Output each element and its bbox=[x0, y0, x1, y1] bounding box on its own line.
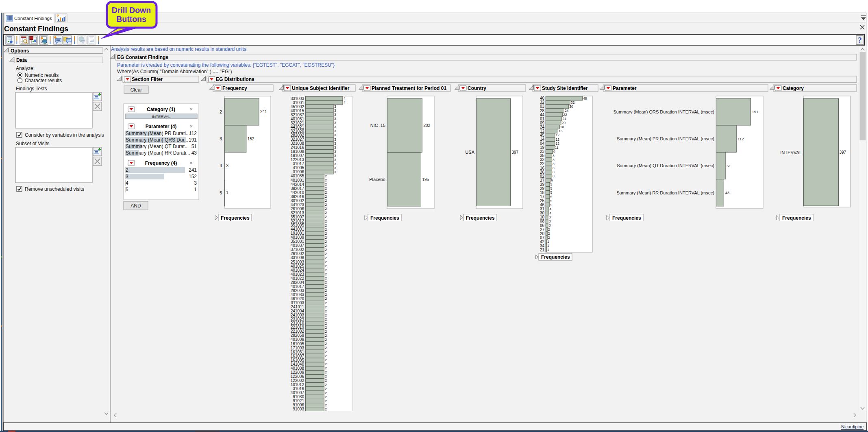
svg-text:2: 2 bbox=[325, 211, 327, 215]
svg-text:Subset of Visits: Subset of Visits bbox=[16, 141, 50, 146]
svg-text:Data: Data bbox=[16, 57, 27, 63]
svg-text:2: 2 bbox=[325, 334, 327, 338]
svg-text:2: 2 bbox=[325, 236, 327, 240]
svg-text:2: 2 bbox=[325, 272, 327, 276]
svg-text:2: 2 bbox=[126, 167, 128, 173]
svg-text:2: 2 bbox=[325, 182, 327, 186]
svg-text:Clear: Clear bbox=[131, 87, 142, 93]
svg-text:Character results: Character results bbox=[25, 78, 62, 83]
svg-text:2: 2 bbox=[325, 219, 327, 223]
svg-text:2: 2 bbox=[325, 264, 327, 268]
svg-text:Findings Tests: Findings Tests bbox=[16, 86, 47, 92]
svg-text:2: 2 bbox=[325, 309, 327, 313]
svg-text:3: 3 bbox=[334, 158, 336, 162]
svg-text:24: 24 bbox=[565, 109, 569, 113]
svg-text:202: 202 bbox=[424, 123, 431, 128]
svg-text:8: 8 bbox=[553, 170, 555, 174]
svg-text:12: 12 bbox=[556, 133, 560, 137]
svg-text:Drill Down: Drill Down bbox=[112, 6, 151, 15]
svg-text:2: 2 bbox=[548, 231, 550, 236]
svg-text:2: 2 bbox=[325, 387, 327, 391]
svg-text:2: 2 bbox=[325, 174, 327, 178]
svg-text:3: 3 bbox=[334, 133, 336, 137]
svg-text:Frequencies: Frequencies bbox=[782, 215, 811, 221]
svg-text:Category: Category bbox=[783, 85, 804, 91]
svg-text:5: 5 bbox=[220, 190, 222, 195]
svg-text:3: 3 bbox=[334, 113, 336, 117]
svg-text:2: 2 bbox=[325, 199, 327, 203]
svg-text:2: 2 bbox=[325, 186, 327, 190]
svg-text:2: 2 bbox=[325, 370, 327, 374]
svg-text:2: 2 bbox=[325, 260, 327, 264]
svg-text:×: × bbox=[189, 106, 193, 112]
svg-text:3: 3 bbox=[334, 154, 336, 158]
svg-text:152: 152 bbox=[248, 137, 255, 141]
svg-text:2: 2 bbox=[325, 342, 327, 346]
svg-text:6: 6 bbox=[551, 178, 553, 182]
svg-text:3: 3 bbox=[194, 180, 197, 186]
svg-text:191: 191 bbox=[189, 137, 197, 143]
svg-text:4: 4 bbox=[550, 211, 552, 215]
svg-text:AND: AND bbox=[131, 203, 141, 209]
svg-text:2: 2 bbox=[325, 215, 327, 219]
svg-text:2: 2 bbox=[325, 288, 327, 292]
svg-text:Nicardipine: Nicardipine bbox=[841, 424, 864, 429]
svg-text:5: 5 bbox=[550, 203, 552, 207]
svg-text:Placebo: Placebo bbox=[369, 177, 385, 182]
svg-text:3: 3 bbox=[334, 166, 336, 170]
svg-text:×: × bbox=[189, 160, 193, 166]
svg-text:2: 2 bbox=[548, 236, 550, 240]
svg-text:2: 2 bbox=[325, 399, 327, 403]
svg-text:Summary (Mean) QT Duration INT: Summary (Mean) QT Duration INTERVAL (mse… bbox=[617, 163, 714, 168]
svg-text:48: 48 bbox=[583, 96, 587, 100]
svg-text:5: 5 bbox=[550, 182, 552, 186]
svg-text:2: 2 bbox=[325, 280, 327, 284]
svg-text:3: 3 bbox=[549, 219, 551, 223]
svg-text:2: 2 bbox=[220, 109, 222, 114]
svg-text:2: 2 bbox=[325, 297, 327, 301]
svg-text:3: 3 bbox=[334, 170, 336, 174]
svg-text:12: 12 bbox=[556, 142, 560, 146]
svg-text:21: 21 bbox=[562, 117, 566, 121]
svg-text:51: 51 bbox=[191, 144, 197, 149]
svg-text:16: 16 bbox=[559, 129, 563, 133]
svg-text:USA: USA bbox=[465, 150, 474, 155]
svg-text:43: 43 bbox=[725, 190, 730, 195]
svg-text:397: 397 bbox=[512, 150, 519, 155]
svg-text:2: 2 bbox=[325, 325, 327, 329]
svg-text:2: 2 bbox=[325, 252, 327, 256]
svg-text:43: 43 bbox=[191, 150, 197, 156]
svg-text:3: 3 bbox=[226, 164, 229, 168]
svg-text:2: 2 bbox=[325, 305, 327, 309]
svg-text:EG Constant Findings: EG Constant Findings bbox=[117, 55, 168, 60]
svg-text:2: 2 bbox=[325, 354, 327, 358]
svg-text:112: 112 bbox=[189, 131, 197, 136]
svg-text:Summary (Mean) QT Durat...: Summary (Mean) QT Durat... bbox=[126, 144, 189, 149]
svg-text:Country: Country bbox=[468, 85, 486, 91]
svg-text:Unique Subject Identifier: Unique Subject Identifier bbox=[292, 85, 350, 91]
svg-text:Frequencies: Frequencies bbox=[612, 215, 641, 221]
svg-text:Summary (Mean) QRS Dur...: Summary (Mean) QRS Dur... bbox=[126, 137, 188, 143]
svg-text:2: 2 bbox=[325, 407, 327, 411]
svg-text:Analyze:: Analyze: bbox=[16, 65, 35, 71]
svg-text:2: 2 bbox=[325, 223, 327, 227]
svg-text:2: 2 bbox=[325, 268, 327, 272]
svg-text:×: × bbox=[189, 123, 193, 129]
svg-text:112: 112 bbox=[737, 137, 744, 141]
svg-text:3: 3 bbox=[549, 223, 551, 227]
svg-text:2: 2 bbox=[325, 391, 327, 395]
svg-text:3: 3 bbox=[220, 136, 222, 141]
svg-text:Study Site Identifier: Study Site Identifier bbox=[542, 85, 588, 91]
svg-text:Summary (Mean) QRS Duration IN: Summary (Mean) QRS Duration INTERVAL (ms… bbox=[613, 109, 714, 114]
svg-text:2: 2 bbox=[325, 207, 327, 211]
svg-text:8: 8 bbox=[553, 158, 555, 162]
svg-text:8: 8 bbox=[553, 154, 555, 158]
svg-text:2: 2 bbox=[325, 374, 327, 378]
svg-text:EG Distributions: EG Distributions bbox=[216, 76, 255, 82]
svg-text:?: ? bbox=[858, 36, 862, 44]
svg-text:Where(As Column( "Domain Abbre: Where(As Column( "Domain Abbreviation" )… bbox=[117, 69, 232, 74]
svg-text:8: 8 bbox=[553, 174, 555, 178]
svg-text:195: 195 bbox=[422, 177, 429, 182]
svg-text:4: 4 bbox=[220, 163, 222, 168]
svg-text:21: 21 bbox=[540, 248, 545, 252]
